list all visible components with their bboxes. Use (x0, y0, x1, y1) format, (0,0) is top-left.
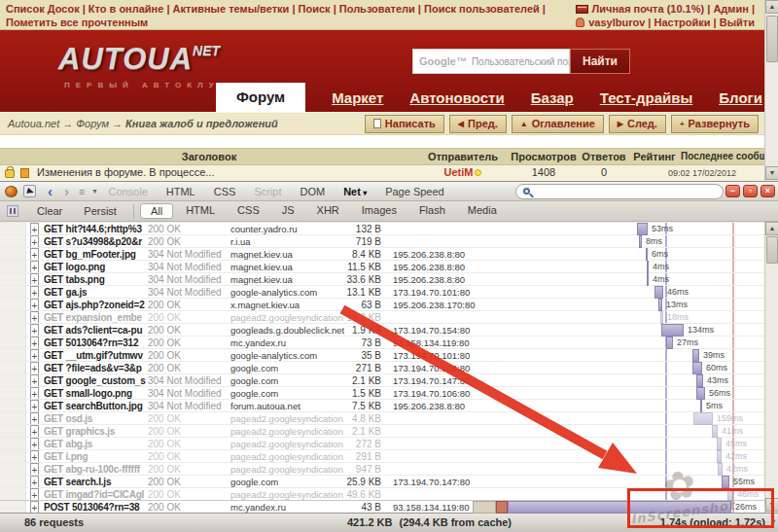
persist-button[interactable]: Persist (73, 205, 127, 217)
scroll-up-button[interactable]: ▲ (765, 0, 778, 14)
breadcrumb-prefix[interactable]: Autoua.net → Форум → (8, 118, 125, 129)
chevron-down-icon[interactable]: ▾ (771, 517, 775, 526)
column-header-6[interactable]: Последнее сообщение ▽ (681, 149, 764, 164)
compose-button[interactable]: Написать (365, 115, 444, 133)
search-button[interactable]: Найти (570, 49, 630, 74)
tab-html[interactable]: HTML (166, 186, 195, 197)
tab-Тест-драйвы[interactable]: Тест-драйвы (600, 89, 693, 106)
net-request-row[interactable]: +GET ga.js304 Not Modifiedgoogle-analyti… (0, 285, 764, 298)
request-time-label: 4ms (653, 273, 669, 286)
scrollbar-thumb[interactable] (766, 236, 778, 264)
nav-link-2[interactable]: Кто в онлайне (88, 3, 164, 15)
nav-link-1[interactable]: Список Досок (6, 3, 80, 15)
popout-button[interactable]: ▫ (743, 185, 758, 197)
net-request-row[interactable]: +GET abg.js200 OKpagead2.googlesyndicati… (0, 437, 764, 449)
back-icon[interactable]: ‹ (42, 183, 58, 200)
topic-sender[interactable]: UetiM (418, 166, 508, 178)
settings-link[interactable]: Настройки (654, 17, 711, 28)
tab-Маркет[interactable]: Маркет (332, 89, 383, 106)
net-request-row[interactable]: +GET searchButton.jpg304 Not Modifiedfor… (0, 399, 764, 411)
mark-all-read-link[interactable]: Пометить все прочтенным (6, 17, 148, 28)
filter-all[interactable]: All (140, 203, 173, 219)
toc-button[interactable]: ▲Оглавление (512, 115, 604, 133)
nav-link-4[interactable]: Поиск (299, 3, 331, 15)
net-request-row[interactable]: +GET imgad?id=CICAgI200 OKpagead2.google… (0, 487, 764, 500)
net-request-row[interactable]: +GET expansion_embe200 OKpagead2.googles… (0, 310, 764, 323)
forum-topic-row[interactable]: Изменения в форуме. В процессе... UetiM … (0, 165, 764, 181)
filter-flash[interactable]: Flash (409, 203, 455, 219)
column-header-1[interactable]: Заголовок (0, 149, 418, 164)
column-header-5[interactable]: Рейтинг (628, 149, 681, 164)
filter-css[interactable]: CSS (228, 203, 269, 219)
nav-link-3[interactable]: Активные темы/ветки (173, 3, 290, 15)
net-request-row[interactable]: +GET osd.js200 OKpagead2.googlesyndicati… (0, 411, 764, 424)
net-request-row[interactable]: +GET i.png200 OKpagead2.googlesyndicatio… (0, 449, 764, 462)
net-request-row[interactable]: +GET graphics.js200 OKpagead2.googlesynd… (0, 424, 764, 437)
clear-button[interactable]: Clear (26, 205, 73, 217)
filter-images[interactable]: Images (352, 203, 407, 219)
topbar-right-2: vasylburov | Настройки | Выйти (576, 16, 755, 29)
chevron-down-icon: ▾ (361, 189, 367, 197)
chevron-down-icon[interactable]: ▾ (88, 187, 100, 195)
column-header-4[interactable]: Ответов (580, 149, 628, 164)
tab-script[interactable]: Script (254, 186, 281, 197)
net-request-row[interactable]: +GET __utm.gif?utmwv200 OKgoogle-analyti… (0, 348, 764, 361)
close-button[interactable]: × (760, 185, 775, 197)
username-link[interactable]: vasylburov (588, 17, 645, 28)
net-request-row[interactable]: +GET search.I.js200 OKgoogle.com25.9 KB1… (0, 475, 764, 487)
logout-link[interactable]: Выйти (720, 17, 755, 28)
minimize-button[interactable]: − (725, 185, 740, 197)
tab-dom[interactable]: DOM (301, 186, 326, 197)
tab-Автоновости[interactable]: Автоновости (409, 89, 504, 106)
nav-link-6[interactable]: Поиск пользователей (424, 3, 540, 15)
next-button[interactable]: ▶След. (609, 115, 666, 133)
net-request-row[interactable]: +GET ?file=ads&v=3&p200 OKgoogle.com271 … (0, 361, 764, 373)
column-header-3[interactable]: Просмотров (508, 149, 580, 164)
net-request-row[interactable]: +GET 5013064?rn=312200 OKmc.yandex.ru73 … (0, 336, 764, 348)
tab-net[interactable]: Net ▾ (343, 186, 367, 197)
net-request-row[interactable]: +GET logo.png304 Not Modifiedmagnet.kiev… (0, 260, 764, 272)
google-search-input[interactable]: Google™Пользовательский поиск (412, 49, 570, 74)
column-header-2[interactable]: Отправитель (418, 149, 508, 164)
tab-page-speed[interactable]: Page Speed (385, 186, 444, 197)
break-on-xhr-icon[interactable] (7, 205, 18, 217)
menu-icon[interactable]: ≡ (75, 186, 88, 197)
filter-html[interactable]: HTML (176, 203, 225, 219)
net-action-buttons: ClearPersist (26, 205, 127, 217)
tab-console[interactable]: Console (108, 186, 147, 197)
inspect-icon[interactable] (23, 185, 36, 197)
prev-button[interactable]: ◀Пред. (449, 115, 507, 133)
net-request-row[interactable]: +GET tabs.png304 Not Modifiedmagnet.kiev… (0, 272, 764, 285)
firebug-icon[interactable] (5, 186, 18, 197)
forward-icon[interactable]: › (58, 183, 75, 200)
net-request-row[interactable]: +GET small-logo.png304 Not Modifiedgoogl… (0, 386, 764, 399)
filter-xhr[interactable]: XHR (307, 203, 349, 219)
net-request-row[interactable]: +GET ajs.php?zoneid=2200 OKx.magnet.kiev… (0, 298, 764, 310)
scroll-down-button[interactable]: ▼ (765, 166, 778, 180)
net-request-row[interactable]: +POST 5013064?rn=38200 OKmc.yandex.ru43 … (0, 500, 764, 513)
topic-title[interactable]: Изменения в форуме. В процессе... (37, 166, 214, 178)
net-panel-scrollbar[interactable]: ▲ ▼ (764, 222, 778, 513)
filter-media[interactable]: Media (458, 203, 507, 219)
expand-button[interactable]: +Развернуть (671, 115, 759, 133)
private-mail-link[interactable]: Личная почта (10.1%) (592, 3, 705, 15)
tab-Форум[interactable]: Форум (216, 83, 305, 112)
scroll-up-button[interactable]: ▲ (765, 222, 778, 235)
tab-css[interactable]: CSS (214, 186, 236, 197)
filter-js[interactable]: JS (272, 203, 304, 219)
net-request-row[interactable]: +GET ads?client=ca-pu200 OKgoogleads.g.d… (0, 323, 764, 336)
net-request-row[interactable]: +GET s?u34998&p20&r200 OKr.i.ua719 B8ms (0, 234, 764, 247)
nav-link-5[interactable]: Пользователи (339, 3, 415, 15)
firebug-search-input[interactable] (515, 184, 724, 199)
tab-Блоги[interactable]: Блоги (719, 89, 762, 106)
scroll-down-button[interactable]: ▼ (765, 498, 778, 512)
tab-Базар[interactable]: Базар (531, 89, 574, 106)
page-scrollbar[interactable]: ▲ ▼ (764, 0, 778, 181)
net-request-row[interactable]: +GET bg_mFooter.jpg304 Not Modifiedmagne… (0, 247, 764, 260)
admin-link[interactable]: Админ (713, 3, 748, 15)
scrollbar-thumb[interactable] (766, 16, 778, 62)
net-request-row[interactable]: +GET google_custom_s304 Not Modifiedgoog… (0, 373, 764, 386)
net-request-row[interactable]: +GET hit?t44.6;rhttp%3200 OKcounter.yadr… (0, 222, 764, 234)
net-request-row[interactable]: +GET abg-ru-100c-ffffff200 OKpagead2.goo… (0, 462, 764, 475)
site-logo[interactable]: AUTOUANET (58, 42, 220, 77)
